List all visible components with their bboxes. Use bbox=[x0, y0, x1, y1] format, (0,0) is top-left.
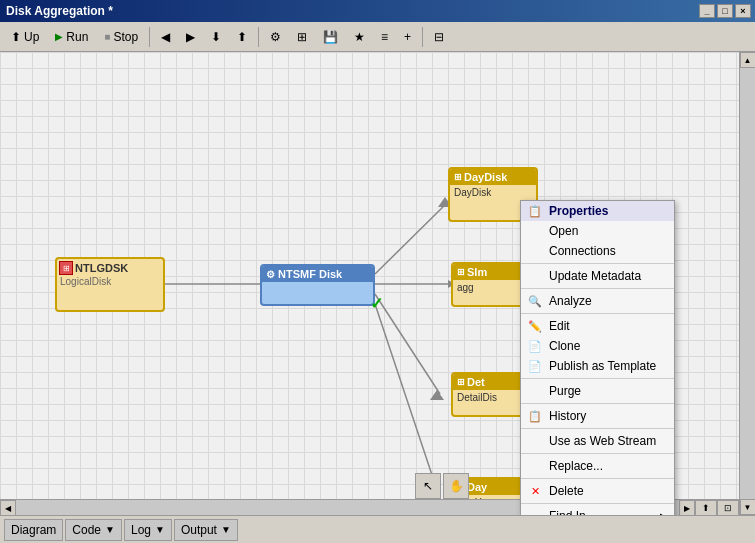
hand-icon: ✋ bbox=[449, 479, 464, 493]
menu-item-publish-template-label: Publish as Template bbox=[549, 359, 656, 373]
close-button[interactable]: × bbox=[735, 4, 751, 18]
menu-item-open-label: Open bbox=[549, 224, 578, 238]
toolbar-btn-7[interactable]: 💾 bbox=[316, 25, 345, 49]
toolbar-btn-3[interactable]: ⬇ bbox=[204, 25, 228, 49]
diagram-canvas[interactable]: ⊞ NTLGDSK LogicalDisk 1 ⚙ NTSMF Disk ✓ ⊞… bbox=[0, 52, 739, 515]
plus-icon: + bbox=[404, 30, 411, 44]
stop-button[interactable]: ■ Stop bbox=[97, 25, 145, 49]
node-ntsmf-title: NTSMF Disk bbox=[278, 268, 342, 280]
title-bar: Disk Aggregation * _ □ × bbox=[0, 0, 755, 22]
toolbar-btn-4[interactable]: ⬆ bbox=[230, 25, 254, 49]
toolbar-btn-5[interactable]: ⚙ bbox=[263, 25, 288, 49]
toolbar-btn-10[interactable]: + bbox=[397, 25, 418, 49]
menu-item-find-in-label: Find In bbox=[549, 509, 586, 515]
node-ntlgdsk-icon: ⊞ bbox=[59, 261, 73, 275]
separator-3 bbox=[422, 27, 423, 47]
menu-item-publish-template[interactable]: 📄 Publish as Template bbox=[521, 356, 674, 376]
scroll-right-button[interactable]: ▶ bbox=[679, 500, 695, 515]
menu-item-web-stream[interactable]: Use as Web Stream bbox=[521, 431, 674, 451]
menu-sep-4 bbox=[521, 378, 674, 379]
output-dropdown-icon[interactable]: ▼ bbox=[221, 524, 231, 535]
menu-sep-9 bbox=[521, 503, 674, 504]
menu-sep-7 bbox=[521, 453, 674, 454]
scroll-down-button[interactable]: ▼ bbox=[740, 499, 756, 515]
vertical-scrollbar: ▲ ▼ bbox=[739, 52, 755, 515]
log-tab[interactable]: Log ▼ bbox=[124, 519, 172, 541]
menu-item-edit[interactable]: ✏️ Edit bbox=[521, 316, 674, 336]
scroll-up-button[interactable]: ▲ bbox=[740, 52, 756, 68]
svg-line-1 bbox=[375, 202, 448, 274]
maximize-button[interactable]: □ bbox=[717, 4, 733, 18]
menu-item-find-in[interactable]: Find In ▶ bbox=[521, 506, 674, 515]
menu-item-history[interactable]: 📋 History bbox=[521, 406, 674, 426]
code-tab[interactable]: Code ▼ bbox=[65, 519, 122, 541]
stop-icon: ■ bbox=[104, 31, 110, 42]
cursor-tool-button[interactable]: ↖ bbox=[415, 473, 441, 499]
menu-item-clone[interactable]: 📄 Clone bbox=[521, 336, 674, 356]
hand-tool-button[interactable]: ✋ bbox=[443, 473, 469, 499]
menu-item-delete[interactable]: ✕ Delete bbox=[521, 481, 674, 501]
toolbar-btn-6[interactable]: ⊞ bbox=[290, 25, 314, 49]
context-menu: 📋 Properties Open Connections Update Met… bbox=[520, 200, 675, 515]
corner-button-2[interactable]: ⊡ bbox=[717, 500, 739, 515]
menu-item-properties-label: Properties bbox=[549, 204, 608, 218]
diagram-tab-label: Diagram bbox=[11, 523, 56, 537]
node-sim-subtitle: agg bbox=[453, 280, 527, 295]
output-tab[interactable]: Output ▼ bbox=[174, 519, 238, 541]
code-dropdown-icon[interactable]: ▼ bbox=[105, 524, 115, 535]
menu-item-connections[interactable]: Connections bbox=[521, 241, 674, 261]
menu-sep-3 bbox=[521, 313, 674, 314]
gear-icon: ⚙ bbox=[270, 30, 281, 44]
node-ntsmf[interactable]: ⚙ NTSMF Disk bbox=[260, 264, 375, 306]
toolbar-btn-2[interactable]: ▶ bbox=[179, 25, 202, 49]
toolbar-btn-8[interactable]: ★ bbox=[347, 25, 372, 49]
menu-item-open[interactable]: Open bbox=[521, 221, 674, 241]
properties-icon: 📋 bbox=[527, 203, 543, 219]
node-daydisk-header: ⊞ DayDisk bbox=[450, 169, 536, 185]
save-icon: 💾 bbox=[323, 30, 338, 44]
menu-item-purge[interactable]: Purge bbox=[521, 381, 674, 401]
arrow-up2-icon: ⬆ bbox=[237, 30, 247, 44]
main-content: ⊞ NTLGDSK LogicalDisk 1 ⚙ NTSMF Disk ✓ ⊞… bbox=[0, 52, 755, 515]
up-button[interactable]: ⬆ Up bbox=[4, 25, 46, 49]
node-detail-header: ⊞ Det bbox=[453, 374, 527, 390]
history-icon: 📋 bbox=[527, 408, 543, 424]
code-tab-label: Code bbox=[72, 523, 101, 537]
node-detail[interactable]: ⊞ Det DetailDis bbox=[451, 372, 529, 417]
log-dropdown-icon[interactable]: ▼ bbox=[155, 524, 165, 535]
menu-item-analyze[interactable]: 🔍 Analyze bbox=[521, 291, 674, 311]
toolbar: ⬆ Up ▶ Run ■ Stop ◀ ▶ ⬇ ⬆ ⚙ ⊞ 💾 ★ ≡ + ⊟ bbox=[0, 22, 755, 52]
run-button[interactable]: ▶ Run bbox=[48, 25, 95, 49]
node-daydisk-title: DayDisk bbox=[464, 171, 507, 183]
diagram-tab[interactable]: Diagram bbox=[4, 519, 63, 541]
corner-button-1[interactable]: ⬆ bbox=[695, 500, 717, 515]
daydisk-header-icon: ⊞ bbox=[454, 172, 462, 182]
node-day2-title: Day bbox=[467, 481, 487, 493]
arrow-right-icon: ▶ bbox=[186, 30, 195, 44]
menu-item-update-metadata[interactable]: Update Metadata bbox=[521, 266, 674, 286]
run-label: Run bbox=[66, 30, 88, 44]
menu-item-delete-label: Delete bbox=[549, 484, 584, 498]
cursor-icon: ↖ bbox=[423, 479, 433, 493]
minimize-button[interactable]: _ bbox=[699, 4, 715, 18]
toolbar-btn-1[interactable]: ◀ bbox=[154, 25, 177, 49]
node-sim[interactable]: ⊞ SIm agg bbox=[451, 262, 529, 307]
menu-item-replace[interactable]: Replace... bbox=[521, 456, 674, 476]
node-ntlgdsk-subtitle: LogicalDisk bbox=[57, 275, 163, 288]
log-tab-label: Log bbox=[131, 523, 151, 537]
node-ntlgdsk[interactable]: ⊞ NTLGDSK LogicalDisk bbox=[55, 257, 165, 312]
arrow-left-icon: ◀ bbox=[161, 30, 170, 44]
node-detail-title: Det bbox=[467, 376, 485, 388]
scroll-left-button[interactable]: ◀ bbox=[0, 500, 16, 515]
menu-item-web-stream-label: Use as Web Stream bbox=[549, 434, 656, 448]
vertical-scroll-track[interactable] bbox=[740, 68, 755, 499]
menu-item-purge-label: Purge bbox=[549, 384, 581, 398]
menu-sep-2 bbox=[521, 288, 674, 289]
menu-item-properties[interactable]: 📋 Properties bbox=[521, 201, 674, 221]
toolbar-btn-9[interactable]: ≡ bbox=[374, 25, 395, 49]
menu-item-clone-label: Clone bbox=[549, 339, 580, 353]
node-detail-subtitle: DetailDis bbox=[453, 390, 527, 405]
sim-header-icon: ⊞ bbox=[457, 267, 465, 277]
stop-label: Stop bbox=[113, 30, 138, 44]
toolbar-btn-11[interactable]: ⊟ bbox=[427, 25, 451, 49]
